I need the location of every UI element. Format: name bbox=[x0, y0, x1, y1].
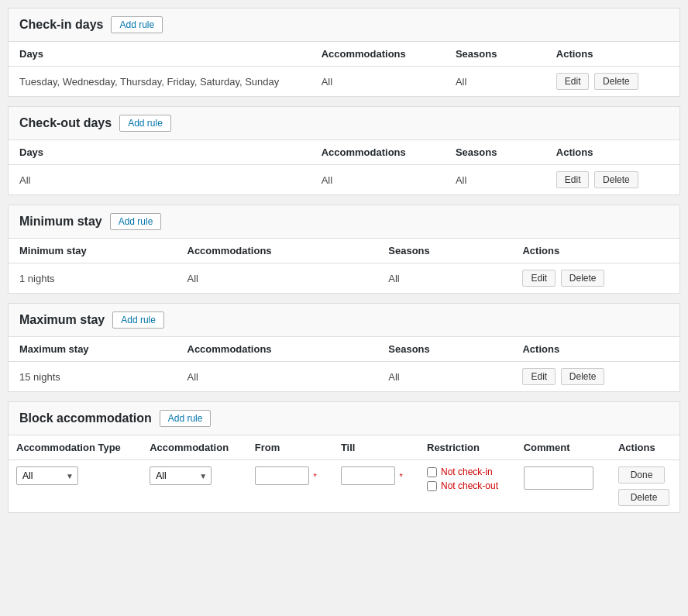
block-from-cell: * bbox=[247, 460, 333, 513]
maxstay-col-seasons: Seasons bbox=[377, 337, 511, 362]
minstay-delete-button[interactable]: Delete bbox=[561, 270, 605, 287]
minstay-header: Minimum stay Add rule bbox=[9, 205, 679, 239]
checkout-col-actions: Actions bbox=[545, 140, 679, 165]
checkin-add-rule-button[interactable]: Add rule bbox=[111, 16, 163, 33]
checkin-row-0-accommodations: All bbox=[311, 67, 445, 97]
accom-type-select-wrapper: All ▼ bbox=[16, 466, 78, 485]
checkout-col-seasons: Seasons bbox=[445, 140, 545, 165]
checkin-row-0-days: Tuesday, Wednesday, Thursday, Friday, Sa… bbox=[9, 67, 311, 97]
not-checkout-text: Not check-out bbox=[441, 480, 498, 491]
checkin-section: Check-in days Add rule Days Accommodatio… bbox=[8, 8, 680, 97]
block-restriction-cell: Not check-in Not check-out bbox=[419, 460, 516, 513]
maxstay-title: Maximum stay bbox=[19, 313, 105, 327]
checkout-table: Days Accommodations Seasons Actions All … bbox=[9, 140, 679, 194]
block-till-cell: * bbox=[333, 460, 419, 513]
block-col-from: From bbox=[247, 435, 333, 460]
checkout-header: Check-out days Add rule bbox=[9, 107, 679, 140]
accom-type-select[interactable]: All bbox=[16, 466, 78, 485]
not-checkin-label: Not check-in bbox=[427, 466, 508, 477]
checkin-col-accommodations: Accommodations bbox=[311, 42, 445, 67]
comment-input[interactable] bbox=[524, 466, 593, 490]
block-accommodation-cell: All ▼ bbox=[142, 460, 247, 513]
minstay-row-0-seasons: All bbox=[377, 263, 511, 294]
block-actions-cell: Done Delete bbox=[611, 460, 679, 513]
minstay-title: Minimum stay bbox=[19, 215, 102, 229]
checkin-row-0: Tuesday, Wednesday, Thursday, Friday, Sa… bbox=[9, 67, 679, 97]
checkin-table-header-row: Days Accommodations Seasons Actions bbox=[9, 42, 679, 67]
checkout-col-accommodations: Accommodations bbox=[311, 140, 445, 165]
block-action-buttons: Done Delete bbox=[618, 466, 672, 506]
checkout-edit-button[interactable]: Edit bbox=[556, 171, 590, 188]
checkout-row-0-accommodations: All bbox=[311, 165, 445, 195]
checkout-col-days: Days bbox=[9, 140, 311, 165]
maxstay-table-header-row: Maximum stay Accommodations Seasons Acti… bbox=[9, 337, 679, 362]
minstay-add-rule-button[interactable]: Add rule bbox=[110, 213, 162, 230]
checkin-title: Check-in days bbox=[19, 18, 103, 32]
block-col-accommodation: Accommodation bbox=[142, 435, 247, 460]
checkout-row-0-actions: Edit Delete bbox=[545, 165, 679, 195]
checkout-delete-button[interactable]: Delete bbox=[594, 171, 638, 188]
maxstay-row-0-value: 15 nights bbox=[9, 362, 177, 392]
block-col-accom-type: Accommodation Type bbox=[9, 435, 142, 460]
checkin-col-actions: Actions bbox=[545, 42, 679, 67]
minstay-section: Minimum stay Add rule Minimum stay Accom… bbox=[8, 205, 680, 294]
block-col-comment: Comment bbox=[516, 435, 611, 460]
maxstay-section: Maximum stay Add rule Maximum stay Accom… bbox=[8, 303, 680, 392]
maxstay-edit-button[interactable]: Edit bbox=[522, 368, 556, 385]
block-accom-header-row: Accommodation Type Accommodation From Ti… bbox=[9, 435, 679, 460]
not-checkin-checkbox[interactable] bbox=[427, 467, 437, 477]
block-accom-type-cell: All ▼ bbox=[9, 460, 142, 513]
checkout-row-0: All All All Edit Delete bbox=[9, 165, 679, 195]
accommodation-select[interactable]: All bbox=[150, 466, 212, 485]
minstay-col-minstay: Minimum stay bbox=[9, 239, 177, 263]
checkout-title: Check-out days bbox=[19, 116, 112, 130]
block-done-button[interactable]: Done bbox=[618, 466, 665, 484]
from-input[interactable] bbox=[255, 466, 309, 485]
minstay-row-0-accommodations: All bbox=[177, 263, 378, 294]
block-accom-section: Block accommodation Add rule Accommodati… bbox=[8, 401, 680, 513]
not-checkout-label: Not check-out bbox=[427, 480, 508, 491]
restriction-checkboxes: Not check-in Not check-out bbox=[427, 466, 508, 491]
maxstay-header: Maximum stay Add rule bbox=[9, 304, 679, 337]
block-delete-button[interactable]: Delete bbox=[618, 489, 669, 506]
maxstay-row-0-accommodations: All bbox=[177, 362, 378, 392]
checkin-col-seasons: Seasons bbox=[445, 42, 545, 67]
till-required-star: * bbox=[400, 472, 403, 481]
from-required-star: * bbox=[313, 472, 316, 481]
checkin-delete-button[interactable]: Delete bbox=[594, 73, 638, 90]
maxstay-row-0-actions: Edit Delete bbox=[511, 362, 679, 392]
not-checkin-text: Not check-in bbox=[441, 466, 493, 477]
maxstay-row-0-seasons: All bbox=[377, 362, 511, 392]
block-accom-table: Accommodation Type Accommodation From Ti… bbox=[9, 435, 679, 512]
not-checkout-checkbox[interactable] bbox=[427, 481, 437, 491]
checkout-section: Check-out days Add rule Days Accommodati… bbox=[8, 106, 680, 195]
till-input[interactable] bbox=[341, 466, 395, 485]
checkout-row-0-seasons: All bbox=[445, 165, 545, 195]
checkin-row-0-actions: Edit Delete bbox=[545, 67, 679, 97]
block-comment-cell bbox=[516, 460, 611, 513]
maxstay-add-rule-button[interactable]: Add rule bbox=[112, 311, 164, 329]
checkin-table: Days Accommodations Seasons Actions Tues… bbox=[9, 42, 679, 96]
minstay-row-0: 1 nights All All Edit Delete bbox=[9, 263, 679, 294]
block-accom-title: Block accommodation bbox=[19, 411, 152, 425]
block-accom-header: Block accommodation Add rule bbox=[9, 402, 679, 435]
minstay-edit-button[interactable]: Edit bbox=[522, 270, 556, 287]
minstay-table: Minimum stay Accommodations Seasons Acti… bbox=[9, 239, 679, 293]
maxstay-col-accommodations: Accommodations bbox=[177, 337, 378, 362]
checkout-table-header-row: Days Accommodations Seasons Actions bbox=[9, 140, 679, 165]
minstay-row-0-value: 1 nights bbox=[9, 263, 177, 294]
block-col-actions: Actions bbox=[611, 435, 679, 460]
block-col-till: Till bbox=[333, 435, 419, 460]
maxstay-table: Maximum stay Accommodations Seasons Acti… bbox=[9, 337, 679, 391]
minstay-table-header-row: Minimum stay Accommodations Seasons Acti… bbox=[9, 239, 679, 263]
block-accom-add-rule-button[interactable]: Add rule bbox=[160, 410, 212, 427]
maxstay-delete-button[interactable]: Delete bbox=[561, 368, 605, 385]
checkout-add-rule-button[interactable]: Add rule bbox=[119, 115, 171, 132]
minstay-col-accommodations: Accommodations bbox=[177, 239, 378, 263]
maxstay-col-actions: Actions bbox=[511, 337, 679, 362]
minstay-col-actions: Actions bbox=[511, 239, 679, 263]
minstay-col-seasons: Seasons bbox=[377, 239, 511, 263]
maxstay-col-maxstay: Maximum stay bbox=[9, 337, 177, 362]
maxstay-row-0: 15 nights All All Edit Delete bbox=[9, 362, 679, 392]
checkin-edit-button[interactable]: Edit bbox=[556, 73, 590, 90]
